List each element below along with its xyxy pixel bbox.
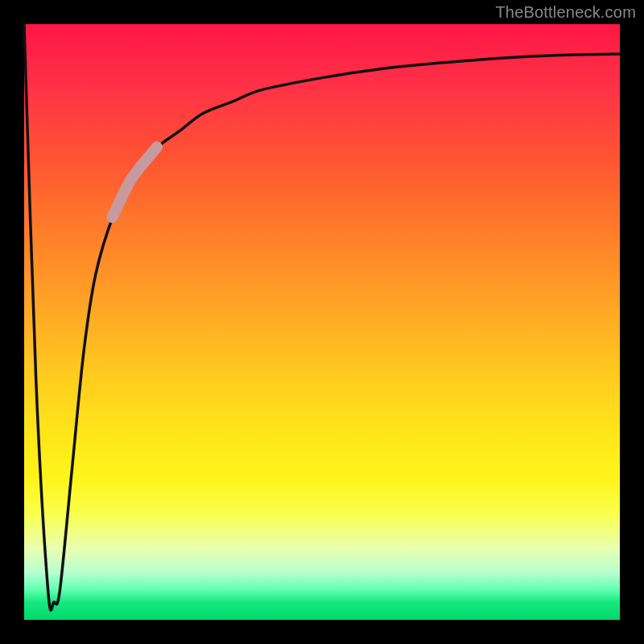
highlight-band (112, 147, 157, 217)
attribution-label: TheBottleneck.com (495, 3, 636, 22)
curve-svg (24, 24, 620, 620)
chart-frame: TheBottleneck.com (0, 0, 644, 644)
plot-area (24, 24, 620, 620)
bottleneck-curve (24, 24, 620, 610)
